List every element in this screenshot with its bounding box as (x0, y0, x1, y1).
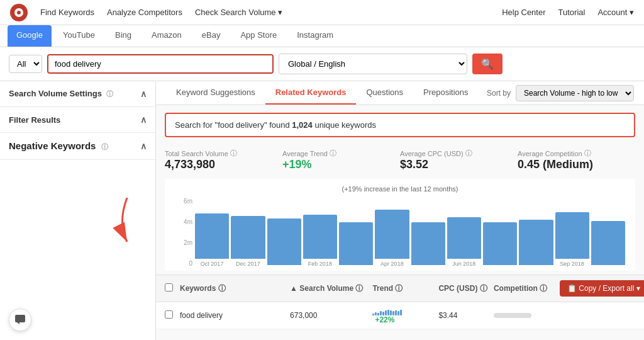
tab-instagram[interactable]: Instagram (288, 25, 342, 47)
svg-point-2 (17, 11, 21, 14)
stat-avg-cpc-label: Average CPC (USD) ⓘ (400, 149, 518, 158)
chart-bars: Oct 2017Dec 2017Feb 2018Apr 2018Jun 2018… (195, 204, 625, 267)
stat-avg-competition: Average Competition ⓘ 0.45 (Medium) (518, 149, 635, 171)
stat-avg-cpc: Average CPC (USD) ⓘ $3.52 (400, 149, 518, 171)
chart-bar-group: Apr 2018 (375, 210, 409, 267)
tab-youtube[interactable]: YouTube (54, 25, 104, 47)
chart-bar-label: Dec 2017 (236, 261, 260, 267)
svg-rect-7 (15, 315, 25, 322)
chart-bar (555, 212, 589, 259)
filter-select[interactable]: All (9, 55, 42, 73)
col-action-header: 📋 Copy / Export all ▾ (560, 280, 635, 297)
tab-ebay[interactable]: eBay (193, 25, 230, 47)
results-suffix: unique keywords (313, 120, 376, 130)
analyze-competitors-link[interactable]: Analyze Competitors (107, 8, 182, 17)
stat-trend-info-icon: ⓘ (330, 149, 336, 158)
col-volume-header: ▲ Search Volume ⓘ (290, 283, 372, 294)
help-center-link[interactable]: Help Center (502, 8, 545, 17)
trend-bars (372, 307, 438, 315)
trend-bar-segment (387, 310, 389, 315)
content-area: Keyword Suggestions Related Keywords Que… (156, 81, 644, 340)
chart-bar (591, 221, 625, 265)
select-all-checkbox[interactable] (165, 283, 173, 292)
tab-prepositions[interactable]: Prepositions (413, 81, 479, 105)
language-select[interactable]: Global / English (279, 54, 467, 74)
col-cpc-header: CPC (USD) ⓘ (438, 283, 494, 294)
chart-bar (411, 222, 445, 265)
top-nav: Find Keywords Analyze Competitors Check … (0, 0, 644, 25)
tab-google[interactable]: Google (8, 25, 52, 47)
search-bar: All Global / English 🔍 (0, 47, 644, 81)
trend-bar-segment (390, 310, 392, 315)
row-checkbox[interactable] (165, 310, 173, 319)
chart-bar-label: Jun 2018 (452, 261, 475, 267)
account-link[interactable]: Account ▾ (597, 8, 634, 17)
keyword-info-icon: ⓘ (218, 284, 226, 293)
tab-keyword-suggestions[interactable]: Keyword Suggestions (166, 81, 265, 105)
chart-bar-group: Sep 2018 (555, 212, 589, 267)
chart-bar (519, 220, 553, 265)
chart-bar (339, 222, 373, 265)
tab-bing[interactable]: Bing (106, 25, 140, 47)
sidebar-section-filter-header[interactable]: Filter Results ∧ (0, 107, 155, 132)
tab-related-keywords[interactable]: Related Keywords (265, 81, 357, 105)
chart-bar-label: Sep 2018 (560, 261, 584, 267)
stat-total-volume-label: Total Search Volume ⓘ (165, 149, 282, 158)
tab-amazon[interactable]: Amazon (143, 25, 191, 47)
comp-col-info-icon: ⓘ (540, 284, 547, 293)
nav-links: Find Keywords Analyze Competitors Check … (40, 8, 282, 17)
chat-icon (14, 314, 26, 326)
content-tabs-bar: Keyword Suggestions Related Keywords Que… (156, 81, 644, 105)
chart-bar-group (591, 221, 625, 267)
logo-icon (10, 4, 28, 21)
trend-col-info-icon: ⓘ (395, 284, 402, 293)
trend-bar-segment (372, 314, 374, 315)
sidebar-section-negative: Negative Keywords ⓘ ∧ (0, 133, 155, 160)
row-competition (494, 313, 560, 318)
sidebar-section-volume-header[interactable]: Search Volume Settings ⓘ ∧ (0, 81, 155, 106)
find-keywords-link[interactable]: Find Keywords (40, 8, 94, 17)
chart-bar-group (411, 222, 445, 267)
negative-keywords-label: Negative Keywords ⓘ (9, 140, 108, 152)
stat-avg-trend: Average Trend ⓘ +19% (282, 149, 400, 171)
chat-bubble[interactable] (9, 309, 31, 331)
volume-info-icon: ⓘ (106, 90, 113, 98)
negative-chevron-icon: ∧ (140, 141, 147, 151)
tab-appstore[interactable]: App Store (231, 25, 286, 47)
trend-pct: +22% (375, 315, 394, 324)
chart-bar-label: Feb 2018 (308, 261, 332, 267)
sidebar-section-negative-header[interactable]: Negative Keywords ⓘ ∧ (0, 133, 155, 159)
negative-info-icon: ⓘ (101, 143, 108, 150)
tutorial-link[interactable]: Tutorial (558, 8, 586, 17)
check-search-volume-link[interactable]: Check Search Volume ▾ (195, 8, 282, 17)
trend-bar-segment (400, 310, 402, 315)
filter-chevron-icon: ∧ (140, 115, 147, 125)
col-trend-header: Trend ⓘ (372, 283, 438, 294)
chart-bar-label: Oct 2017 (201, 261, 224, 267)
search-button[interactable]: 🔍 (472, 54, 502, 74)
stat-avg-comp-label: Average Competition ⓘ (518, 149, 635, 158)
stat-info-icon: ⓘ (230, 149, 237, 158)
stat-cpc-info-icon: ⓘ (465, 149, 472, 158)
nav-right: Help Center Tutorial Account ▾ (502, 8, 634, 17)
volume-col-info-icon: ⓘ (355, 284, 363, 293)
sort-by-select[interactable]: Search Volume - high to low (516, 85, 634, 101)
svg-marker-8 (17, 322, 19, 324)
sidebar: Search Volume Settings ⓘ ∧ Filter Result… (0, 81, 156, 340)
tab-questions[interactable]: Questions (356, 81, 413, 105)
competition-bar (494, 313, 531, 318)
chart-bar (267, 218, 301, 265)
table-row: food delivery 673,000 +22% $3.44 (156, 302, 644, 329)
search-input[interactable] (48, 55, 272, 72)
sort-by-area: Sort by Search Volume - high to low (487, 85, 634, 101)
results-info-box: Search for "food delivery" found 1,024 u… (165, 113, 635, 137)
language-select-wrapper: Global / English (279, 54, 467, 74)
results-count: 1,024 (292, 120, 313, 130)
stat-comp-info-icon: ⓘ (584, 149, 591, 158)
stat-avg-trend-label: Average Trend ⓘ (282, 149, 400, 158)
stat-avg-comp-value: 0.45 (Medium) (518, 158, 635, 171)
volume-chevron-icon: ∧ (140, 89, 147, 99)
nav-left: Find Keywords Analyze Competitors Check … (10, 4, 282, 21)
volume-settings-label: Search Volume Settings ⓘ (9, 89, 113, 99)
copy-export-button[interactable]: 📋 Copy / Export all ▾ (560, 280, 644, 297)
